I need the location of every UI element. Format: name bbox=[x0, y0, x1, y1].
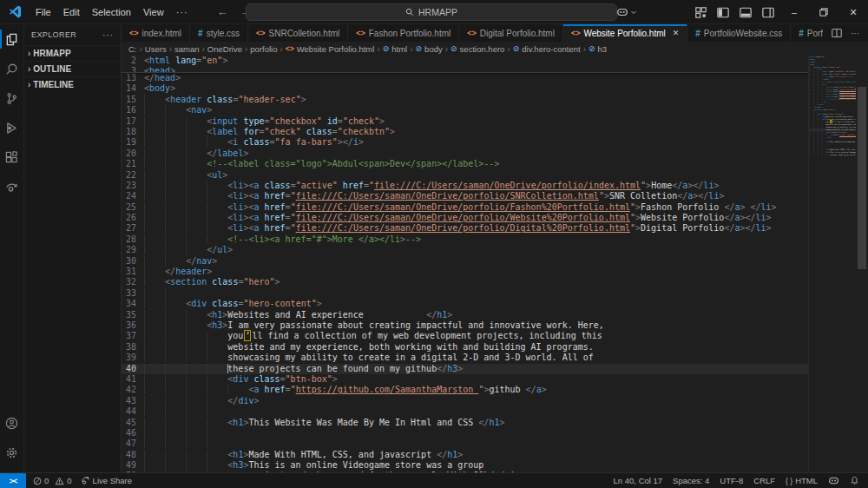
customize-layout-icon[interactable] bbox=[689, 0, 712, 24]
breadcrumb-item[interactable]: ⊘html bbox=[383, 44, 408, 54]
code-line-26[interactable]: 26 <li><a href="file:///C:/Users/saman/O… bbox=[122, 213, 856, 223]
code-line-36[interactable]: 36 <h3>I am very passionate about creati… bbox=[122, 320, 856, 331]
breadcrumb-item[interactable]: Users bbox=[145, 44, 167, 54]
split-editor-icon[interactable] bbox=[832, 28, 842, 38]
cursor-position-status[interactable]: Ln 40, Col 17 bbox=[614, 476, 663, 485]
sidebar-more-button[interactable]: ··· bbox=[102, 30, 114, 40]
code-line-50[interactable]: 50 project made by me and 4 other people… bbox=[122, 471, 856, 472]
code-line-25[interactable]: 25 <li><a href="file:///C:/Users/saman/O… bbox=[122, 202, 856, 213]
code-line-19[interactable]: 19 <i class="fa fa-bars"></i> bbox=[122, 137, 856, 148]
breadcrumb-item[interactable]: ⊘section.hero bbox=[450, 44, 504, 54]
editor-more-actions-icon[interactable]: ··· bbox=[851, 29, 859, 38]
code-line-22[interactable]: 22 <ul> bbox=[122, 170, 856, 181]
menu-edit[interactable]: Edit bbox=[57, 3, 86, 21]
code-line-13[interactable]: 13</head> bbox=[122, 73, 856, 83]
search-icon[interactable] bbox=[0, 54, 24, 83]
code-line-2[interactable]: 2<html lang="en"> bbox=[122, 56, 856, 66]
code-line-31[interactable]: 31 </header> bbox=[122, 267, 856, 277]
code-line-29[interactable]: 29 </ul> bbox=[122, 245, 856, 255]
extensions-icon[interactable] bbox=[0, 142, 24, 172]
toggle-panel-icon[interactable] bbox=[734, 0, 757, 24]
copilot-status-icon[interactable] bbox=[828, 475, 839, 486]
code-line-47[interactable]: 47 bbox=[122, 439, 856, 449]
live-share-status[interactable]: Live Share bbox=[81, 476, 132, 485]
sidebar-section-outline[interactable]: ›OUTLINE bbox=[24, 61, 121, 76]
code-editor[interactable]: 2<html lang="en">3<head> 13</head>14<bod… bbox=[122, 56, 868, 472]
explorer-icon[interactable] bbox=[0, 24, 24, 54]
code-line-42[interactable]: 42 <a href="https://github.com/SamanthaM… bbox=[122, 385, 856, 395]
code-line-30[interactable]: 30 </nav> bbox=[122, 256, 856, 267]
encoding-status[interactable]: UTF-8 bbox=[720, 476, 743, 485]
code-line-43[interactable]: 43 </div> bbox=[122, 396, 856, 406]
code-line-15[interactable]: 15 <header class="header-sec"> bbox=[122, 95, 856, 105]
code-line-18[interactable]: 18 <label for="check" class="checkbtn"> bbox=[122, 127, 856, 137]
code-line-46[interactable]: 46 bbox=[122, 428, 856, 439]
language-mode-status[interactable]: { } HTML bbox=[786, 476, 818, 485]
code-line-20[interactable]: 20 </label> bbox=[122, 148, 856, 159]
scrollbar-thumb[interactable] bbox=[858, 87, 866, 269]
problems-status[interactable]: 0 0 bbox=[33, 476, 72, 485]
remote-indicator[interactable]: >< bbox=[0, 473, 26, 488]
menu-selection[interactable]: Selection bbox=[86, 3, 137, 21]
breadcrumb-item[interactable]: C: bbox=[128, 44, 137, 54]
code-line-28[interactable]: 28 <!--<li><a href="#">More </a></li>--> bbox=[122, 234, 856, 245]
menu-file[interactable]: File bbox=[30, 3, 57, 21]
code-line-23[interactable]: 23 <li><a class="active" href="file:///C… bbox=[122, 181, 856, 191]
source-control-icon[interactable] bbox=[0, 83, 24, 113]
tab-portfoliowebsite.css[interactable]: #PortfolioWebsite.css bbox=[687, 24, 791, 42]
breadcrumb-item[interactable]: <>Website Porfolio.html bbox=[286, 44, 375, 54]
tab-fashon-portfolio.html[interactable]: <>Fashon Portfolio.html bbox=[348, 24, 459, 42]
toggle-sidebar-icon[interactable] bbox=[712, 0, 734, 24]
tab-snrcolletion.html[interactable]: <>SNRColletion.html bbox=[248, 24, 348, 42]
tab-style.css[interactable]: #style.css bbox=[190, 24, 248, 42]
code-line-48[interactable]: 48 <h1>Made With HTML, CSS, and javascri… bbox=[122, 450, 856, 460]
code-line-49[interactable]: 49 <h3>This is an online Videogame store… bbox=[122, 460, 856, 471]
code-line-33[interactable]: 33 bbox=[122, 288, 856, 299]
breadcrumb-item[interactable]: saman bbox=[174, 44, 200, 54]
minimap[interactable]: 2<html lang="en">3<head>13</head>14<body… bbox=[808, 56, 856, 472]
code-line-39[interactable]: 39 showcasing my ability to create in a … bbox=[122, 353, 856, 363]
code-line-3[interactable]: 3<head> bbox=[122, 66, 856, 73]
code-line-41[interactable]: 41 <div class="btn-box"> bbox=[122, 374, 856, 385]
tab-index.html[interactable]: <>index.html bbox=[122, 24, 190, 42]
code-line-16[interactable]: 16 <nav> bbox=[122, 105, 856, 115]
minimize-button[interactable]: – bbox=[779, 0, 809, 24]
maximize-button[interactable] bbox=[809, 0, 838, 24]
sidebar-section-timeline[interactable]: ›TIMELINE bbox=[24, 76, 121, 92]
code-line-44[interactable]: 44 bbox=[122, 406, 856, 417]
code-line-35[interactable]: 35 <h1>Websites and AI experience </h1> bbox=[122, 310, 856, 320]
close-button[interactable]: ✕ bbox=[838, 0, 868, 24]
tab-porfolio.css[interactable]: #Porfolio.css bbox=[791, 24, 823, 42]
menu-more-button[interactable]: ··· bbox=[170, 7, 194, 17]
code-line-45[interactable]: 45 <h1>This Website Was Made By Me In Ht… bbox=[122, 418, 856, 428]
breadcrumb-item[interactable]: OneDrive bbox=[207, 44, 242, 54]
toggle-secondary-sidebar-icon[interactable] bbox=[757, 0, 779, 24]
code-line-21[interactable]: 21 <!--<label class="logo">Abdul<span>De… bbox=[122, 159, 856, 169]
breadcrumb-item[interactable]: ⊘h3 bbox=[589, 44, 607, 54]
code-line-17[interactable]: 17 <input type="checkbox" id="check"> bbox=[122, 116, 856, 127]
code-line-32[interactable]: 32 <section class="hero"> bbox=[122, 277, 856, 287]
settings-icon[interactable] bbox=[0, 438, 24, 467]
run-debug-icon[interactable] bbox=[0, 113, 24, 142]
code-line-40[interactable]: 40 these projects can be found on my git… bbox=[122, 364, 856, 374]
code-line-37[interactable]: 37 you’ll find a collection of my web de… bbox=[122, 331, 856, 341]
eol-status[interactable]: CRLF bbox=[753, 476, 775, 485]
vertical-scrollbar[interactable] bbox=[856, 56, 868, 472]
command-center-search[interactable]: HRMAPP bbox=[246, 3, 617, 21]
breadcrumb-item[interactable]: ⊘body bbox=[416, 44, 443, 54]
code-line-38[interactable]: 38 website and my experience, both worki… bbox=[122, 342, 856, 353]
tab-digital-porfolio.html[interactable]: <>Digital Porfolio.html bbox=[459, 24, 563, 42]
menu-view[interactable]: View bbox=[137, 3, 170, 21]
account-icon[interactable] bbox=[0, 408, 24, 438]
tab-website-porfolio.html[interactable]: <>Website Porfolio.html✕ bbox=[563, 24, 687, 42]
notifications-bell-icon[interactable] bbox=[850, 476, 859, 485]
breadcrumb-item[interactable]: ⊘div.hero-content bbox=[513, 44, 581, 54]
code-line-14[interactable]: 14<body> bbox=[122, 83, 856, 94]
copilot-menu[interactable] bbox=[616, 6, 637, 18]
live-share-icon[interactable] bbox=[0, 172, 24, 201]
sidebar-section-hrmapp[interactable]: ›HRMAPP bbox=[24, 45, 121, 61]
code-line-27[interactable]: 27 <li><a href="file:///C:/Users/saman/O… bbox=[122, 223, 856, 234]
indentation-status[interactable]: Spaces: 4 bbox=[673, 476, 709, 485]
close-tab-icon[interactable]: ✕ bbox=[673, 29, 680, 37]
code-line-24[interactable]: 24 <li><a href="file:///C:/Users/saman/O… bbox=[122, 191, 856, 201]
